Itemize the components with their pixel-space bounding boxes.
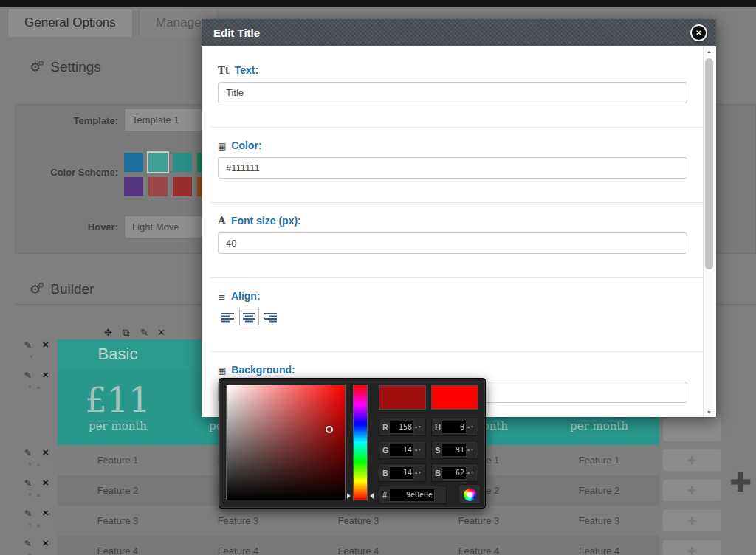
delete-column-icon[interactable]: ✕: [157, 327, 165, 338]
template-label: Template:: [15, 115, 118, 126]
move-down-icon[interactable]: ▾: [28, 521, 32, 528]
hex-field: #: [379, 486, 447, 504]
add-cell-block[interactable]: [663, 418, 721, 441]
align-button-group: [218, 308, 282, 325]
swatch-teal[interactable]: [173, 153, 192, 172]
red-input[interactable]: [389, 421, 414, 434]
divider: [210, 351, 704, 352]
color-wheel-icon: [464, 489, 476, 501]
move-down-icon[interactable]: ▾: [30, 353, 34, 360]
align-center-icon: [243, 313, 255, 323]
add-feature-button[interactable]: ✚: [663, 540, 721, 555]
price-period: per month: [58, 419, 178, 432]
close-icon[interactable]: ✕: [690, 24, 707, 41]
swatch-teal-light[interactable]: [148, 153, 168, 172]
text-field-label: TtText:: [218, 64, 258, 77]
copy-column-icon[interactable]: ⧉: [123, 327, 129, 339]
grid-icon: ▦: [218, 141, 226, 151]
font-size-input[interactable]: [218, 232, 687, 254]
price-period: per month: [539, 419, 659, 432]
hash-icon: #: [379, 491, 389, 500]
text-input[interactable]: [218, 82, 687, 103]
blue-label: B: [379, 469, 389, 478]
scrollbar-thumb[interactable]: [705, 58, 713, 269]
add-feature-button[interactable]: ✚: [663, 510, 721, 531]
swatch-blue[interactable]: [124, 153, 143, 172]
move-down-icon[interactable]: ▾: [28, 551, 32, 555]
delete-row-icon[interactable]: ✕: [42, 340, 49, 350]
saturation-cursor[interactable]: [326, 426, 333, 433]
delete-row-icon[interactable]: ✕: [42, 448, 49, 458]
delete-row-icon[interactable]: ✕: [42, 370, 49, 380]
feature-cell: Feature 3: [298, 506, 419, 536]
feature-cell: Feature 3: [58, 506, 178, 536]
scroll-down-icon[interactable]: ▼: [704, 407, 715, 417]
color-scheme-label: Color Scheme:: [15, 167, 118, 178]
edit-column-icon[interactable]: ✎: [140, 327, 148, 338]
stepper-icon[interactable]: ▲▼: [414, 425, 421, 429]
swatch-red-light[interactable]: [148, 177, 168, 196]
align-right-icon: [264, 313, 277, 323]
delete-row-icon[interactable]: ✕: [42, 539, 49, 548]
builder-heading: ⚙⚙Builder: [30, 281, 94, 297]
move-up-icon[interactable]: ▴: [37, 461, 41, 468]
feature-row-4[interactable]: Feature 4 Feature 4 Feature 4 Feature 4 …: [58, 536, 659, 555]
align-center-button[interactable]: [239, 308, 259, 325]
saturation-input[interactable]: [441, 444, 467, 457]
feature-row-3[interactable]: Feature 3 Feature 3 Feature 3 Feature 3 …: [58, 506, 659, 536]
move-up-icon[interactable]: ▴: [37, 521, 41, 528]
edit-row-icon[interactable]: ✎: [24, 370, 32, 381]
scroll-up-icon[interactable]: ▲: [704, 46, 715, 56]
hex-input[interactable]: [389, 489, 435, 502]
add-column-button[interactable]: ✚: [729, 467, 752, 498]
feature-cell: Feature 4: [178, 536, 298, 555]
brightness-input[interactable]: [441, 466, 467, 480]
stepper-icon[interactable]: ▲▼: [414, 471, 421, 475]
delete-row-icon[interactable]: ✕: [42, 478, 49, 488]
feature-cell: Feature 2: [539, 475, 659, 506]
delete-row-icon[interactable]: ✕: [42, 509, 49, 518]
move-column-icon[interactable]: ✥: [104, 327, 112, 338]
saturation-label: S: [432, 446, 441, 455]
stepper-icon[interactable]: ▲▼: [414, 448, 421, 452]
hue-slider[interactable]: [353, 385, 368, 500]
swatch-purple[interactable]: [124, 177, 143, 196]
edit-row-icon[interactable]: ✎: [24, 478, 32, 489]
move-down-icon[interactable]: ▾: [28, 461, 32, 468]
edit-row-icon[interactable]: ✎: [24, 340, 32, 351]
align-left-icon: [221, 313, 234, 323]
edit-row-icon[interactable]: ✎: [24, 509, 32, 519]
stepper-icon[interactable]: ▲▼: [467, 448, 473, 452]
color-wheel-button[interactable]: [458, 484, 481, 504]
feature-cell: Feature 4: [539, 536, 659, 555]
align-left-button[interactable]: [218, 308, 238, 325]
saturation-square[interactable]: [226, 385, 346, 500]
red-field: R ▲▼: [379, 418, 426, 436]
blue-input[interactable]: [389, 466, 414, 480]
move-down-icon[interactable]: ▾: [28, 491, 32, 498]
modal-scrollbar[interactable]: ▲ ▼: [703, 46, 714, 417]
color-picker: R ▲▼ H ▲▼ G ▲▼ S ▲▼ B ▲▼ B ▲▼: [219, 378, 486, 509]
edit-row-icon[interactable]: ✎: [24, 539, 32, 549]
move-up-icon[interactable]: ▴: [37, 491, 41, 498]
align-right-button[interactable]: [261, 308, 281, 325]
edit-row-icon[interactable]: ✎: [24, 448, 32, 458]
green-input[interactable]: [389, 444, 414, 457]
move-up-icon[interactable]: ▴: [37, 383, 41, 390]
add-feature-button[interactable]: ✚: [663, 480, 721, 501]
add-feature-button[interactable]: ✚: [663, 449, 721, 471]
brightness-field: B ▲▼: [431, 463, 478, 482]
feature-cell: Feature 4: [58, 536, 178, 555]
move-down-icon[interactable]: ▾: [28, 383, 32, 390]
hue-marker-left: [347, 493, 351, 499]
stepper-icon[interactable]: ▲▼: [467, 471, 473, 475]
saturation-field: S ▲▼: [431, 441, 478, 459]
stepper-icon[interactable]: ▲▼: [467, 425, 473, 429]
modal-title: Edit Title: [213, 27, 260, 39]
swatch-red[interactable]: [173, 177, 192, 196]
feature-cell: Feature 3: [178, 506, 298, 536]
color-input[interactable]: [218, 157, 687, 179]
hue-input[interactable]: [441, 421, 467, 434]
tab-general-options[interactable]: General Options: [7, 8, 133, 37]
feature-cell: Feature 1: [58, 445, 178, 475]
